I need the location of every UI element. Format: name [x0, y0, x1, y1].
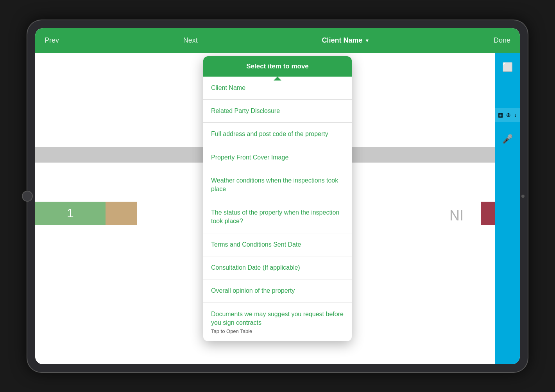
dropdown-item-consultation[interactable]: Consultation Date (If applicable): [203, 256, 352, 279]
dropdown-item-status[interactable]: The status of the property when the insp…: [203, 201, 352, 233]
dropdown-item-related-party[interactable]: Related Party Disclosure: [203, 100, 352, 123]
app-header: Prev Next Client Name ▼ Done: [35, 28, 520, 53]
dropdown-pointer: [274, 77, 281, 81]
dropdown-item-text-weather: Weather conditions when the inspections …: [211, 176, 344, 194]
camera-dot: [521, 195, 525, 198]
prev-button[interactable]: Prev: [45, 36, 59, 45]
main-content: 1 NI ⬜ ▦ ⊕ ↓ ¶: [35, 53, 520, 364]
dropdown-item-text-opinion: Overall opinion of the property: [211, 286, 344, 295]
dropdown-overlay: Select item to move Client Name Related …: [35, 53, 520, 364]
dropdown-item-sub-documents: Tap to Open Table: [211, 328, 344, 334]
dropdown-item-property-front[interactable]: Property Front Cover Image: [203, 146, 352, 169]
dropdown-item-text-documents: Documents we may suggest you request bef…: [211, 310, 344, 328]
dropdown-item-text-client-name: Client Name: [211, 84, 344, 92]
dropdown-item-terms[interactable]: Terms and Conditions Sent Date: [203, 233, 352, 256]
device-frame: Prev Next Client Name ▼ Done 1: [27, 20, 528, 372]
dropdown-item-documents[interactable]: Documents we may suggest you request bef…: [203, 303, 352, 341]
header-title-text: Client Name: [322, 36, 362, 45]
dropdown-item-text-property-front: Property Front Cover Image: [211, 153, 344, 162]
dropdown-container: Select item to move Client Name Related …: [203, 56, 352, 341]
home-button[interactable]: [22, 191, 33, 202]
device-screen: Prev Next Client Name ▼ Done 1: [35, 28, 520, 364]
next-button[interactable]: Next: [183, 36, 198, 45]
dropdown-item-text-full-address: Full address and post code of the proper…: [211, 130, 344, 138]
dropdown-item-weather[interactable]: Weather conditions when the inspections …: [203, 169, 352, 201]
dropdown-item-opinion[interactable]: Overall opinion of the property: [203, 279, 352, 303]
header-title[interactable]: Client Name ▼: [322, 36, 369, 45]
done-button[interactable]: Done: [494, 36, 510, 45]
dropdown-item-text-status: The status of the property when the insp…: [211, 208, 344, 226]
dropdown-header: Select item to move: [203, 56, 352, 77]
dropdown-header-text: Select item to move: [246, 63, 309, 70]
dropdown-item-text-terms: Terms and Conditions Sent Date: [211, 240, 344, 249]
dropdown-item-text-consultation: Consultation Date (If applicable): [211, 263, 344, 272]
dropdown-item-text-related-party: Related Party Disclosure: [211, 107, 344, 115]
dropdown-arrow-icon: ▼: [365, 38, 369, 43]
dropdown-item-full-address[interactable]: Full address and post code of the proper…: [203, 123, 352, 146]
